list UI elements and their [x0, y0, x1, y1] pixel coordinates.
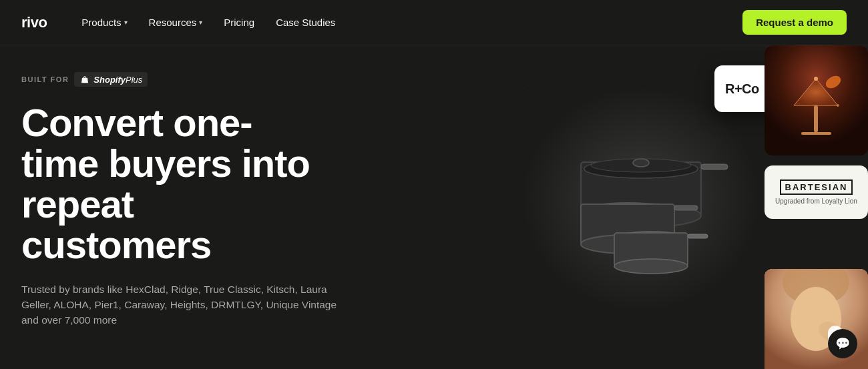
svg-rect-17 [814, 105, 818, 132]
hero-visuals: R+Co Smile Migration [521, 45, 868, 369]
chevron-down-icon: ▾ [124, 19, 128, 26]
svg-point-20 [837, 104, 839, 107]
chat-icon: 💬 [835, 336, 850, 351]
request-demo-button[interactable]: Request a demo [742, 10, 847, 35]
svg-rect-11 [688, 234, 708, 238]
nav-link-resources[interactable]: Resources ▾ [141, 11, 211, 33]
shopify-plus-badge: ShopifyPlus [74, 72, 148, 87]
nav-links: Products ▾ Resources ▾ Pricing Case Stud… [73, 11, 343, 33]
svg-rect-7 [674, 206, 698, 210]
built-for-label: BUILT FOR [21, 75, 69, 83]
bartesian-sub: Upgraded from Loyalty Lion [775, 198, 857, 205]
shopify-plus-text: ShopifyPlus [93, 75, 142, 85]
svg-rect-3 [701, 164, 728, 169]
chat-bubble-button[interactable]: 💬 [828, 329, 857, 358]
bartesian-logo: BARTESIAN [780, 179, 853, 195]
svg-point-10 [614, 259, 688, 274]
rco-logo: R+Co [725, 81, 759, 97]
logo[interactable]: rivo [21, 14, 47, 31]
hero-section: BUILT FOR ShopifyPlus Convert one-time b… [0, 45, 868, 369]
cocktail-visual [765, 45, 868, 155]
nav-link-pricing[interactable]: Pricing [216, 11, 262, 33]
nav-link-case-studies[interactable]: Case Studies [268, 11, 343, 33]
navbar: rivo Products ▾ Resources ▾ Pricing Case… [0, 0, 868, 45]
bartesian-card: BARTESIAN Upgraded from Loyalty Lion [765, 165, 868, 219]
svg-point-19 [814, 77, 818, 81]
hero-text: BUILT FOR ShopifyPlus Convert one-time b… [21, 72, 369, 348]
cocktail-card [765, 45, 868, 155]
hero-subtext: Trusted by brands like HexClad, Ridge, T… [21, 282, 342, 328]
nav-left: rivo Products ▾ Resources ▾ Pricing Case… [21, 11, 343, 33]
pans-svg [548, 119, 734, 279]
nav-link-products[interactable]: Products ▾ [73, 11, 135, 33]
svg-rect-18 [801, 132, 831, 135]
chevron-down-icon: ▾ [199, 19, 202, 26]
hero-headline: Convert one-time buyers intorepeatcustom… [21, 103, 369, 266]
svg-point-14 [633, 159, 649, 167]
pans-card [521, 85, 761, 312]
shopify-bag-icon [79, 74, 90, 85]
cocktail-svg [765, 45, 868, 155]
built-for-badge: BUILT FOR ShopifyPlus [21, 72, 369, 87]
pans-visual [521, 85, 761, 312]
